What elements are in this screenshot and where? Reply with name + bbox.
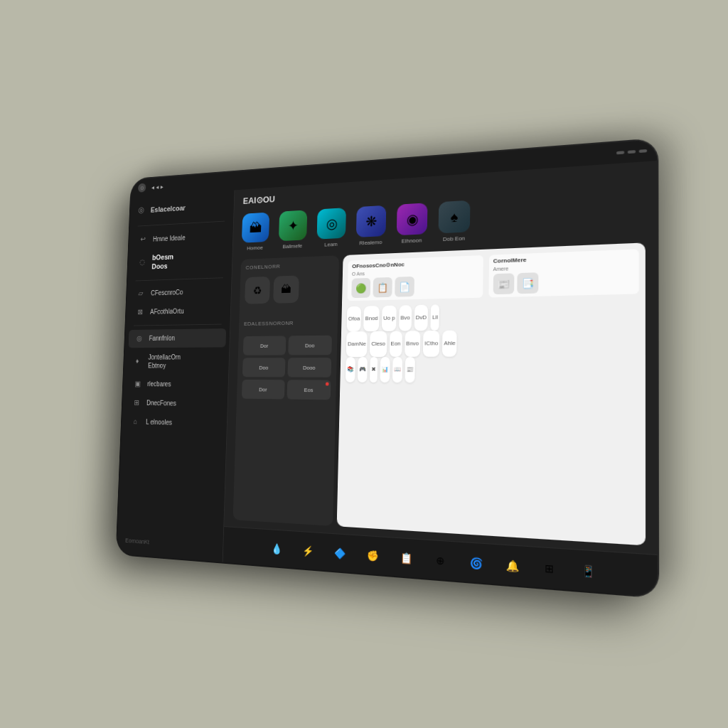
bottom-icon-bi5[interactable]: 📋 <box>396 547 416 569</box>
app-icon-img-app5: ◉ <box>397 203 428 235</box>
rp-icon-0-2[interactable]: 📄 <box>395 277 414 297</box>
left-panel-btn-row-1: DooDooo <box>242 358 331 378</box>
sidebar-label-create: CFescnroCo <box>151 288 183 297</box>
tile-0-3[interactable]: Bvo <box>399 305 412 331</box>
bottom-icon-img-bi1: 💧 <box>267 537 286 559</box>
screen: ⊙ ◂ ◂ ▸ ◎ EslaceIcoar ↩ Hmne Ideale <box>117 139 658 596</box>
tiles-row-0: OfoaBnodUo pBvoDvDLll <box>347 300 639 331</box>
sidebar-label-notification: JontellacOrnEbtnoy <box>148 353 181 370</box>
bottom-icon-bi9[interactable]: ⊞ <box>538 557 560 580</box>
left-panel: ConelnorR ♻🏔 EdaleSsnorOnr DorDooDooDooo… <box>233 255 339 526</box>
tile-1-3[interactable]: Bnvo <box>405 331 421 357</box>
left-panel-btn-btn1[interactable]: Dor <box>243 336 286 355</box>
rp-icon-0-1[interactable]: 📋 <box>373 277 392 298</box>
tiles-row-1: DamNeClesoEonBnvoICthoAhle <box>346 328 639 357</box>
left-panel-buttons: DorDooDooDoooDorEos <box>242 336 332 400</box>
sidebar-icon-community: ◎ <box>136 334 145 343</box>
bottom-icon-bi2[interactable]: ⚡ <box>298 540 317 561</box>
sidebar-label-home: Hmne Ideale <box>153 233 186 243</box>
tile-1-5[interactable]: Ahle <box>442 331 457 357</box>
tile-1-1[interactable]: Cleso <box>370 331 387 357</box>
tile-0-5[interactable]: Lll <box>431 304 440 331</box>
tiles-row-2: 📚🎮✖📊📖📰 <box>346 356 639 385</box>
sidebar-item-media[interactable]: ▣ rlecbares <box>127 375 225 394</box>
rp-icon-0-0[interactable]: 🟢 <box>351 278 370 298</box>
left-panel-icon-lp1[interactable]: ♻ <box>245 277 270 304</box>
sidebar-label-library: L elnooles <box>146 417 172 427</box>
sidebar-item-browse[interactable]: ◌ bOesmDoos <box>132 245 229 277</box>
bottom-icon-bi1[interactable]: 💧 <box>267 537 286 559</box>
left-panel-btn-btn4[interactable]: Dooo <box>287 358 331 378</box>
bottom-icon-img-bi7: 🌀 <box>465 552 486 574</box>
sidebar-icon-library: ⌂ <box>133 417 141 427</box>
sidebar-item-create[interactable]: ▱ CFescnroCo <box>130 282 228 303</box>
bottom-icon-img-bi2: ⚡ <box>298 540 317 561</box>
right-panel: OFnososCno⊙nNoc O Ans 🟢📋📄 CornolMere Ame… <box>337 242 646 545</box>
tile-2-4[interactable]: 📖 <box>392 357 402 382</box>
app-icon-label-app3: Leam <box>324 241 338 248</box>
bottom-icon-bi10[interactable]: 📱 <box>577 559 599 583</box>
left-panel-btn-row-2: DorEos <box>242 380 331 400</box>
tile-0-0[interactable]: Ofoa <box>347 306 362 332</box>
bottom-icon-img-bi3: 🔷 <box>330 542 349 564</box>
left-panel-btn-row-0: DorDoo <box>243 336 332 355</box>
bottom-icon-img-bi5: 📋 <box>396 547 416 569</box>
tiles-container: OfoaBnodUo pBvoDvDLllDamNeClesoEonBnvoIC… <box>346 300 639 385</box>
bottom-icon-bi6[interactable]: ⊕ <box>430 549 451 572</box>
tile-0-1[interactable]: Bnod <box>363 306 379 331</box>
sidebar-divider-3 <box>134 323 221 326</box>
sidebar-icon-browse: ◌ <box>139 258 148 267</box>
left-panel-btn-btn2[interactable]: Doo <box>288 336 332 355</box>
tile-1-0[interactable]: DamNe <box>346 331 368 357</box>
app-icon-app5[interactable]: ◉ Elhnoon <box>397 203 428 245</box>
left-panel-btn-btn3[interactable]: Doo <box>242 358 285 377</box>
bottom-icon-bi3[interactable]: 🔷 <box>330 542 349 564</box>
sidebar-icon-tools: ⊞ <box>134 398 142 407</box>
app-icon-app6[interactable]: ♠ Dob Eon <box>438 200 470 243</box>
app-icon-app4[interactable]: ❋ Rlealemo <box>356 205 387 247</box>
sidebar-icon-media: ▣ <box>134 380 143 389</box>
bottom-icon-img-bi10: 📱 <box>577 559 599 583</box>
tile-0-2[interactable]: Uo p <box>382 306 397 331</box>
tile-2-3[interactable]: 📊 <box>380 357 390 382</box>
content-area: EAI⊙OU 🏔 Homoe ✦ Ballmefe ◎ Leam ❋ Rleal… <box>223 161 658 596</box>
tile-2-5[interactable]: 📰 <box>405 357 414 383</box>
left-panel-icons: ♻🏔 <box>245 274 333 304</box>
sidebar-label-manage: AFcothlaOrtu <box>150 307 184 316</box>
sidebar-icon-notification: ♦ <box>136 357 144 366</box>
bottom-icon-img-bi9: ⊞ <box>538 557 560 580</box>
left-panel-icon-lp2[interactable]: 🏔 <box>273 275 299 303</box>
sidebar-item-community[interactable]: ◎ FannfnIon <box>129 328 227 348</box>
sidebar-icon-create: ▱ <box>138 289 146 298</box>
bottom-icon-bi7[interactable]: 🌀 <box>465 552 486 574</box>
right-panel-section-0: OFnososCno⊙nNoc O Ans 🟢📋📄 <box>348 255 483 301</box>
home-icon[interactable]: ⊙ <box>138 183 146 193</box>
app-icon-label-app2: Ballmefe <box>282 242 302 250</box>
app-icon-app1[interactable]: 🏔 Homoe <box>242 213 270 252</box>
bottom-icon-bi8[interactable]: 🔔 <box>501 554 523 577</box>
rp-icon-row-0: 🟢📋📄 <box>351 274 478 298</box>
main-layout: ◎ EslaceIcoar ↩ Hmne Ideale ◌ bOesmDoos … <box>117 161 658 596</box>
bottom-icon-bi4[interactable]: ✊ <box>363 545 382 567</box>
app-icon-img-app4: ❋ <box>356 205 386 237</box>
sidebar-label-browse: bOesmDoos <box>151 252 173 272</box>
app-icon-app3[interactable]: ◎ Leam <box>316 208 346 248</box>
left-panel-btn-btn6[interactable]: Eos <box>287 380 331 400</box>
tile-1-2[interactable]: Eon <box>389 331 402 357</box>
tile-1-4[interactable]: ICtho <box>423 331 440 357</box>
sidebar-item-tools[interactable]: ⊞ DnecFones <box>126 393 224 413</box>
tile-2-0[interactable]: 📚 <box>346 357 355 382</box>
tile-2-2[interactable]: ✖ <box>370 357 378 382</box>
tile-0-4[interactable]: DvD <box>414 305 428 331</box>
sidebar-item-library[interactable]: ⌂ L elnooles <box>125 412 223 433</box>
tile-2-1[interactable]: 🎮 <box>358 357 368 382</box>
sidebar-label-tools: DnecFones <box>146 399 176 408</box>
sidebar-footer: EomoanKt <box>117 531 223 557</box>
sidebar-item-manage[interactable]: ⊠ AFcothlaOrtu <box>129 301 227 321</box>
rp-icon-1-0[interactable]: 📰 <box>493 273 514 294</box>
sidebar-item-notification[interactable]: ♦ JontellacOrnEbtnoy <box>127 348 225 375</box>
left-panel-btn-btn5[interactable]: Dor <box>242 380 284 400</box>
sidebar-label-media: rlecbares <box>147 380 171 388</box>
app-icon-app2[interactable]: ✦ Ballmefe <box>279 210 308 250</box>
rp-icon-1-1[interactable]: 📑 <box>517 272 538 294</box>
